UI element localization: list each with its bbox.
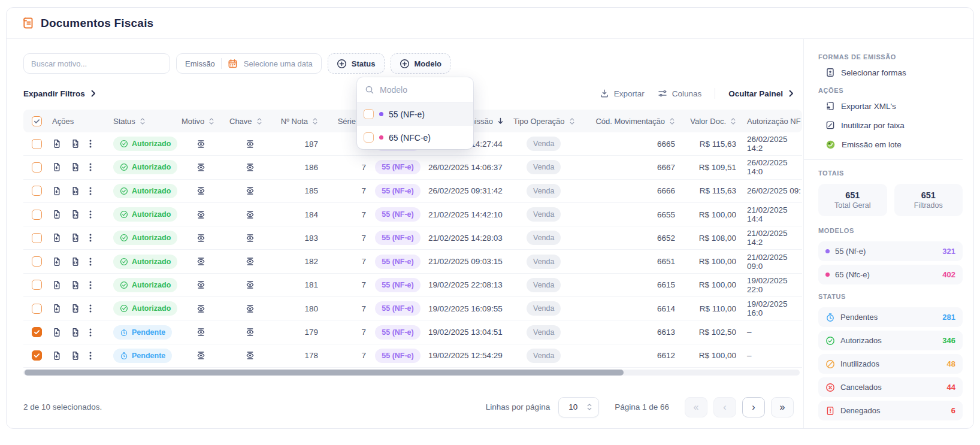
sort-icon[interactable] (256, 117, 262, 125)
col-tipo-operacao[interactable]: Tipo Operação (513, 117, 565, 126)
view-motivo-icon[interactable] (196, 210, 206, 220)
rows-per-page-select[interactable]: 10 (558, 397, 599, 417)
modelo-dropdown-option[interactable]: 65 (NFC-e) (357, 126, 473, 149)
view-motivo-icon[interactable] (196, 350, 206, 361)
next-page-button[interactable]: › (742, 397, 765, 417)
view-motivo-icon[interactable] (196, 233, 206, 243)
colunas-button[interactable]: Colunas (658, 89, 702, 98)
selecionar-formas-button[interactable]: Selecionar formas (825, 68, 963, 77)
view-chave-icon[interactable] (245, 139, 255, 149)
row-checkbox[interactable] (32, 280, 42, 290)
download-xml-icon[interactable] (71, 280, 80, 290)
search-motivo-input[interactable] (31, 59, 162, 68)
view-motivo-icon[interactable] (196, 139, 206, 149)
status-cancelados-row[interactable]: Cancelados 44 (818, 377, 963, 397)
kebab-menu-icon[interactable] (89, 280, 92, 290)
sort-icon[interactable] (312, 117, 318, 125)
view-motivo-icon[interactable] (196, 162, 206, 172)
modelo-65-row[interactable]: 65 (Nfc-e) 402 (818, 265, 963, 284)
kebab-menu-icon[interactable] (89, 162, 92, 172)
horizontal-scrollbar[interactable] (23, 370, 800, 376)
download-xml-icon[interactable] (71, 139, 80, 149)
sort-desc-icon[interactable] (497, 117, 504, 125)
status-denegados-row[interactable]: Denegados 6 (818, 401, 963, 420)
download-xml-icon[interactable] (71, 304, 80, 313)
download-danfe-icon[interactable] (52, 210, 62, 219)
col-status[interactable]: Status (113, 117, 135, 126)
kebab-menu-icon[interactable] (89, 233, 92, 243)
sort-icon[interactable] (140, 117, 146, 125)
modelo-55-row[interactable]: 55 (Nf-e) 321 (818, 241, 963, 261)
kebab-menu-icon[interactable] (89, 139, 92, 149)
download-xml-icon[interactable] (71, 233, 80, 243)
row-checkbox[interactable] (32, 210, 42, 220)
row-checkbox[interactable] (32, 256, 42, 267)
row-checkbox[interactable] (32, 186, 42, 196)
modelo-filter-button[interactable]: Modelo (391, 53, 451, 74)
option-checkbox[interactable] (364, 132, 374, 143)
view-motivo-icon[interactable] (196, 280, 206, 290)
expandir-filtros-button[interactable]: Expandir Filtros (23, 89, 96, 98)
view-chave-icon[interactable] (245, 327, 255, 337)
view-motivo-icon[interactable] (196, 304, 206, 314)
ocultar-painel-button[interactable]: Ocultar Painel (728, 89, 794, 98)
view-chave-icon[interactable] (245, 304, 255, 314)
download-xml-icon[interactable] (71, 162, 80, 172)
sort-icon[interactable] (208, 117, 214, 125)
kebab-menu-icon[interactable] (89, 257, 92, 267)
view-chave-icon[interactable] (245, 186, 255, 196)
download-xml-icon[interactable] (71, 186, 80, 196)
emissao-date-filter[interactable]: Emissão Selecione uma data (176, 53, 322, 74)
exportar-xmls-button[interactable]: Exportar XML's (825, 101, 963, 111)
download-danfe-icon[interactable] (52, 186, 62, 196)
sort-icon[interactable] (569, 117, 575, 125)
first-page-button[interactable]: « (685, 397, 707, 417)
view-motivo-icon[interactable] (196, 186, 206, 196)
sort-icon[interactable] (669, 117, 675, 125)
col-cod-movimentacao[interactable]: Cód. Movimentação (595, 117, 665, 126)
download-danfe-icon[interactable] (52, 139, 62, 149)
last-page-button[interactable]: » (771, 397, 794, 417)
download-danfe-icon[interactable] (52, 233, 62, 243)
col-serie[interactable]: Série (338, 117, 356, 126)
search-motivo-box[interactable] (23, 53, 170, 74)
kebab-menu-icon[interactable] (89, 328, 92, 337)
row-checkbox[interactable] (32, 139, 42, 149)
prev-page-button[interactable]: ‹ (713, 397, 736, 417)
view-motivo-icon[interactable] (196, 256, 206, 267)
sort-icon[interactable] (730, 117, 736, 125)
view-chave-icon[interactable] (245, 280, 255, 290)
view-chave-icon[interactable] (245, 210, 255, 220)
download-xml-icon[interactable] (71, 257, 80, 267)
select-all-checkbox[interactable] (32, 116, 42, 126)
view-motivo-icon[interactable] (196, 327, 206, 337)
kebab-menu-icon[interactable] (89, 351, 92, 361)
download-xml-icon[interactable] (71, 328, 80, 337)
row-checkbox[interactable] (32, 327, 42, 337)
col-valor-doc[interactable]: Valor Doc. (690, 117, 726, 126)
col-chave[interactable]: Chave (229, 117, 252, 126)
download-danfe-icon[interactable] (52, 162, 62, 172)
row-checkbox[interactable] (32, 162, 42, 172)
col-nota[interactable]: Nº Nota (281, 117, 308, 126)
exportar-button[interactable]: Exportar (600, 89, 645, 98)
download-danfe-icon[interactable] (52, 351, 62, 361)
row-checkbox[interactable] (32, 233, 42, 243)
row-checkbox[interactable] (32, 350, 42, 361)
download-xml-icon[interactable] (71, 351, 80, 361)
inutilizar-por-faixa-button[interactable]: Inutilizar por faixa (825, 120, 963, 130)
view-chave-icon[interactable] (245, 256, 255, 267)
download-xml-icon[interactable] (71, 210, 80, 219)
view-chave-icon[interactable] (245, 233, 255, 243)
col-motivo[interactable]: Motivo (182, 117, 204, 126)
modelo-dropdown-search[interactable]: Modelo (357, 77, 473, 102)
scrollbar-thumb[interactable] (25, 370, 624, 376)
status-pendentes-row[interactable]: Pendentes 281 (818, 307, 963, 327)
download-danfe-icon[interactable] (52, 280, 62, 290)
kebab-menu-icon[interactable] (89, 304, 92, 313)
emissao-em-lote-button[interactable]: Emissão em lote (825, 140, 963, 150)
option-checkbox[interactable] (364, 109, 374, 119)
kebab-menu-icon[interactable] (89, 210, 92, 219)
download-danfe-icon[interactable] (52, 257, 62, 267)
status-inutilizados-row[interactable]: Inutilizados 48 (818, 354, 963, 374)
